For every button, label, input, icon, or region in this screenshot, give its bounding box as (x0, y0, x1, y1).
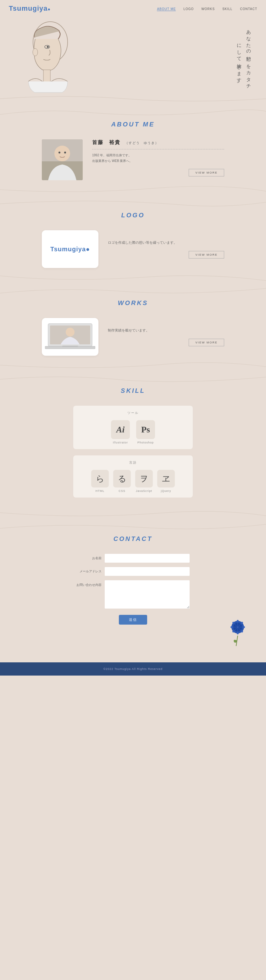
skill-langs-icons: ら HTML る CSS ヲ JavaScript (80, 470, 186, 493)
photoshop-icon-box: Ps (136, 420, 155, 439)
logo-title: LOGO (13, 212, 253, 219)
css-icon: る (118, 473, 126, 484)
nav-links: ABOUT ME LOGO WORKS SKILL CONTACT (157, 6, 257, 11)
skill-langs-card: 言語 ら HTML る CSS ヲ (73, 455, 193, 498)
submit-area: 送信 (76, 615, 190, 625)
footer: ©2022 Tsumugiya All Rights Reserved (0, 662, 266, 676)
svg-point-7 (54, 146, 70, 161)
submit-button[interactable]: 送信 (119, 615, 147, 625)
nav-logo-link[interactable]: LOGO (183, 7, 194, 11)
about-section: ABOUT ME 首藤 裕貴 （すどう ゆうき） 199 (0, 105, 266, 196)
logo-card-text: Tsumugiya● (50, 246, 90, 253)
email-input[interactable] (105, 567, 190, 576)
about-name-kana: （すどう ゆうき） (125, 141, 159, 145)
svg-point-23 (237, 632, 239, 634)
svg-point-16 (231, 621, 244, 633)
logo-content: Tsumugiya● ロゴを作成した際の想い等を綴っています。 VIEW MOR… (42, 230, 224, 268)
svg-point-28 (233, 631, 234, 632)
about-view-more[interactable]: VIEW MORE (189, 169, 224, 177)
email-label: メールアドレス (76, 569, 102, 574)
about-divider (92, 149, 224, 150)
logo-text: Tsumugiya (9, 5, 48, 12)
site-logo[interactable]: Tsumugiya● (9, 5, 51, 13)
skill-content: ツール Ai Illustrator Ps Photoshop 言語 (73, 406, 193, 498)
skill-title: SKILL (13, 387, 253, 395)
logo-desc-area: ロゴを作成した際の想い等を綴っています。 VIEW MORE (108, 240, 224, 259)
name-label: お名前 (76, 556, 102, 560)
illustrator-label: Illustrator (113, 441, 128, 444)
logo-view-more[interactable]: VIEW MORE (189, 251, 224, 259)
svg-point-24 (231, 626, 233, 628)
svg-line-15 (236, 636, 238, 646)
contact-form: お名前 メールアドレス お問い合わせ内容 送信 (76, 554, 190, 625)
navigation: Tsumugiya● ABOUT ME LOGO WORKS SKILL CON… (0, 0, 266, 17)
hero-illustration (10, 20, 79, 95)
skill-jquery: ヱ jQuery (157, 470, 175, 493)
about-title: ABOUT ME (13, 121, 253, 128)
about-photo (42, 139, 83, 180)
html-label: HTML (96, 489, 105, 493)
footer-copyright: ©2022 Tsumugiya All Rights Reserved (104, 667, 162, 671)
works-content: 制作実績を載せています。 VIEW MORE (42, 318, 224, 356)
svg-rect-14 (62, 346, 78, 347)
jquery-icon-box: ヱ (157, 470, 175, 487)
skill-section: SKILL ツール Ai Illustrator Ps Photoshop (0, 371, 266, 520)
form-row-name: お名前 (76, 554, 190, 563)
works-title: WORKS (13, 299, 253, 307)
form-row-email: メールアドレス (76, 567, 190, 576)
hero-tagline: あなたの想いをカタチ にして紡ぎます。 (234, 26, 253, 87)
works-desc-area: 制作実績を載せています。 VIEW MORE (108, 328, 224, 346)
js-icon: ヲ (140, 473, 148, 484)
works-section: WORKS 制作実績を載せています。 VIEW MORE (0, 284, 266, 371)
about-name: 首藤 裕貴 （すどう ゆうき） (92, 139, 224, 146)
nav-works[interactable]: WORKS (201, 7, 215, 11)
logo-card: Tsumugiya● (42, 230, 99, 268)
skill-html: ら HTML (91, 470, 109, 493)
svg-line-21 (234, 623, 242, 631)
about-desc: 1992 年、福岡市出身です。 出版業界から WEB 業界へ。 (92, 153, 224, 164)
form-row-message: お問い合わせ内容 (76, 580, 190, 609)
message-label: お問い合わせ内容 (76, 580, 102, 587)
nav-contact[interactable]: CONTACT (240, 7, 257, 11)
contact-title: CONTACT (13, 535, 253, 542)
html-icon-box: ら (91, 470, 109, 487)
illustrator-icon-box: Ai (111, 420, 130, 439)
svg-point-27 (241, 622, 243, 624)
tagline-line1: あなたの想いをカタチ (246, 26, 252, 87)
name-input[interactable] (105, 554, 190, 563)
skill-css: る CSS (113, 470, 131, 493)
logo-dot: ● (48, 6, 51, 12)
nav-skill[interactable]: SKILL (222, 7, 233, 11)
jquery-label: jQuery (161, 489, 171, 493)
svg-point-29 (241, 631, 243, 632)
logo-card-dot: ● (86, 246, 90, 253)
message-textarea[interactable] (105, 580, 190, 609)
svg-point-25 (243, 626, 245, 628)
works-view-more[interactable]: VIEW MORE (189, 339, 224, 346)
logo-section: LOGO Tsumugiya● ロゴを作成した際の想い等を綴っています。 VIE… (0, 196, 266, 284)
decorative-flower (228, 618, 247, 643)
contact-section: CONTACT お名前 メールアドレス お問い合わせ内容 送信 (0, 520, 266, 662)
works-desc: 制作実績を載せています。 (108, 328, 224, 334)
svg-point-12 (66, 328, 75, 337)
css-icon-box: る (113, 470, 131, 487)
svg-point-4 (33, 48, 38, 56)
about-info: 首藤 裕貴 （すどう ゆうき） 1992 年、福岡市出身です。 出版業界から W… (92, 139, 224, 177)
photoshop-label: Photoshop (137, 441, 154, 444)
svg-rect-3 (43, 70, 50, 83)
svg-point-17 (233, 623, 242, 632)
html-icon: ら (96, 473, 104, 484)
svg-point-9 (64, 151, 66, 153)
skill-tools-label: ツール (80, 411, 186, 415)
js-icon-box: ヲ (135, 470, 153, 487)
skill-langs-label: 言語 (80, 460, 186, 465)
hero-section: あなたの想いをカタチ にして紡ぎます。 (0, 17, 266, 105)
logo-desc: ロゴを作成した際の想い等を綴っています。 (108, 240, 224, 246)
skill-javascript: ヲ JavaScript (135, 470, 153, 493)
about-content: 首藤 裕貴 （すどう ゆうき） 1992 年、福岡市出身です。 出版業界から W… (42, 139, 224, 180)
jquery-icon: ヱ (162, 473, 170, 484)
nav-about[interactable]: ABOUT ME (157, 7, 176, 11)
svg-point-26 (233, 622, 234, 624)
skill-tools-card: ツール Ai Illustrator Ps Photoshop (73, 406, 193, 449)
tagline-line2: にして紡ぎます。 (237, 40, 242, 87)
